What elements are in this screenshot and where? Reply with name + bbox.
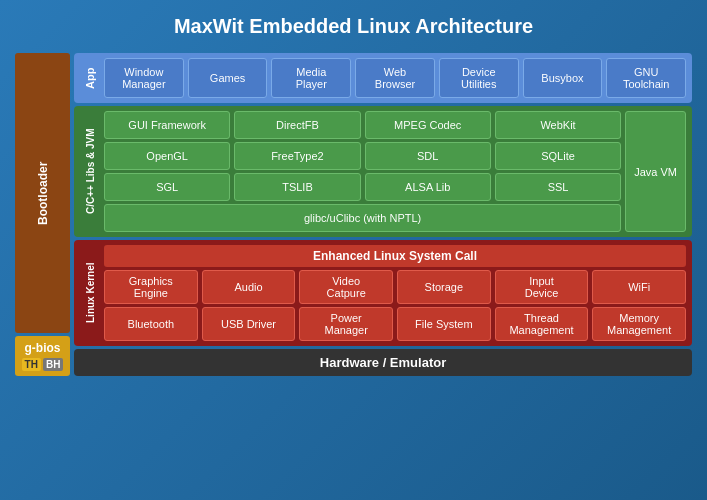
architecture-layout: Bootloader g-bios TH BH App WindowManage… (15, 53, 692, 376)
kernel-title: Enhanced Linux System Call (104, 245, 686, 267)
lib-tslib: TSLIB (234, 173, 360, 201)
kernel-usb-driver: USB Driver (202, 307, 296, 341)
kernel-row-2: Bluetooth USB Driver PowerManager File S… (104, 307, 686, 341)
lib-ssl: SSL (495, 173, 621, 201)
kernel-layer: Linux Kernel Enhanced Linux System Call … (74, 240, 692, 346)
lib-javavm: Java VM (625, 111, 686, 232)
lib-opengl: OpenGL (104, 142, 230, 170)
gbios-sub-labels: TH BH (18, 358, 67, 371)
kernel-input-device: InputDevice (495, 270, 589, 304)
app-box-window-manager: WindowManager (104, 58, 184, 98)
lib-alsa: ALSA Lib (365, 173, 491, 201)
kernel-video-capture: VideoCatpure (299, 270, 393, 304)
kernel-storage: Storage (397, 270, 491, 304)
libs-row-1: GUI Framework DirectFB MPEG Codec WebKit (104, 111, 621, 139)
lib-sqlite: SQLite (495, 142, 621, 170)
kernel-memory-mgmt: MemoryManagement (592, 307, 686, 341)
libs-layer-label: C/C++ Libs & JVM (80, 111, 100, 232)
kernel-file-system: File System (397, 307, 491, 341)
libs-row-4: glibc/uClibc (with NPTL) (104, 204, 621, 232)
lib-mpeg-codec: MPEG Codec (365, 111, 491, 139)
lib-webkit: WebKit (495, 111, 621, 139)
kernel-content: Enhanced Linux System Call GraphicsEngin… (104, 245, 686, 341)
lib-freetype2: FreeType2 (234, 142, 360, 170)
kernel-bluetooth: Bluetooth (104, 307, 198, 341)
kernel-audio: Audio (202, 270, 296, 304)
libs-row-3: SGL TSLIB ALSA Lib SSL (104, 173, 621, 201)
gbios-block: g-bios TH BH (15, 336, 70, 376)
kernel-power-manager: PowerManager (299, 307, 393, 341)
app-box-web-browser: WebBrowser (355, 58, 435, 98)
lib-gui-framework: GUI Framework (104, 111, 230, 139)
lib-sdl: SDL (365, 142, 491, 170)
bootloader-column: Bootloader g-bios TH BH (15, 53, 70, 376)
app-boxes: WindowManager Games MediaPlayer WebBrows… (104, 58, 686, 98)
lib-glibc: glibc/uClibc (with NPTL) (104, 204, 621, 232)
kernel-wifi: WiFi (592, 270, 686, 304)
lib-sgl: SGL (104, 173, 230, 201)
app-layer: App WindowManager Games MediaPlayer WebB… (74, 53, 692, 103)
lib-directfb: DirectFB (234, 111, 360, 139)
app-box-busybox: Busybox (523, 58, 603, 98)
page-title: MaxWit Embedded Linux Architecture (15, 10, 692, 43)
kernel-row-1: GraphicsEngine Audio VideoCatpure Storag… (104, 270, 686, 304)
th-tag: TH (22, 358, 41, 371)
kernel-thread-mgmt: ThreadManagement (495, 307, 589, 341)
content-column: App WindowManager Games MediaPlayer WebB… (74, 53, 692, 376)
main-container: MaxWit Embedded Linux Architecture Bootl… (0, 0, 707, 500)
app-box-device-utilities: DeviceUtilities (439, 58, 519, 98)
app-layer-label: App (80, 58, 100, 98)
kernel-layer-label: Linux Kernel (80, 245, 100, 341)
libs-content: GUI Framework DirectFB MPEG Codec WebKit… (104, 111, 621, 232)
bootloader-label: Bootloader (15, 53, 70, 333)
libs-javavm: Java VM (625, 111, 686, 232)
gbios-label: g-bios (18, 341, 67, 355)
app-box-gnu-toolchain: GNUToolchain (606, 58, 686, 98)
app-box-media-player: MediaPlayer (271, 58, 351, 98)
libs-layer: C/C++ Libs & JVM GUI Framework DirectFB … (74, 106, 692, 237)
hardware-layer: Hardware / Emulator (74, 349, 692, 376)
kernel-graphics-engine: GraphicsEngine (104, 270, 198, 304)
app-box-games: Games (188, 58, 268, 98)
bh-tag: BH (43, 358, 63, 371)
libs-row-2: OpenGL FreeType2 SDL SQLite (104, 142, 621, 170)
